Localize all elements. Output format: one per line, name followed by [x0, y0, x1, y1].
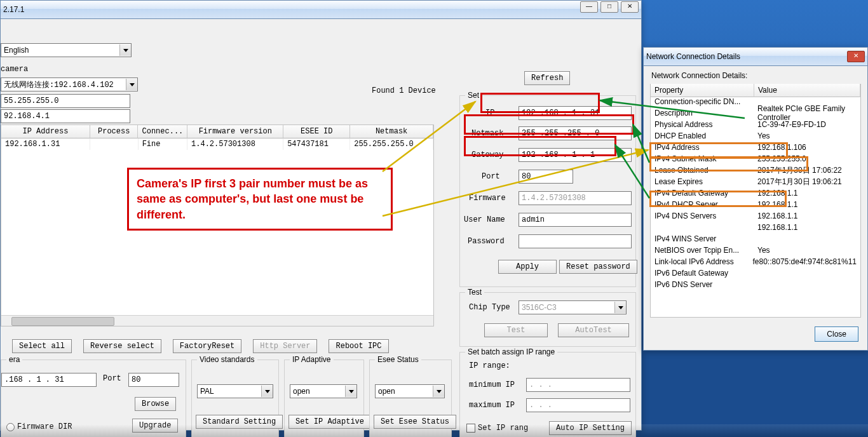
test-button: Test	[484, 323, 548, 337]
http-server-button: Http Server	[253, 339, 317, 353]
minimum-ip-input[interactable]: . . .	[526, 378, 630, 392]
details-row: IPv4 WINS Server	[651, 233, 860, 245]
table-scroll-h[interactable]	[1, 315, 433, 326]
set-netmask-input[interactable]: 255 .255 .255 . 0	[519, 126, 632, 140]
local-gateway: 92.168.4.1	[1, 109, 130, 123]
maximum-ip-input[interactable]: . . .	[526, 398, 630, 412]
details-row: IPv4 DNS Servers192.168.1.1	[651, 210, 860, 222]
details-titlebar[interactable]: Network Connection Details ✕	[644, 48, 867, 66]
reset-password-button[interactable]: Reset password	[559, 260, 637, 274]
details-row: DescriptionRealtek PCIe GBE Family Contr…	[651, 107, 860, 119]
details-row: Link-local IPv6 Addressfe80::8075:de4f:9…	[651, 256, 860, 267]
window-close-button[interactable]: ✕	[621, 1, 639, 13]
nic-combo[interactable]: 无线网络连接:192.168.4.102	[1, 77, 138, 91]
chevron-down-icon[interactable]	[345, 386, 356, 397]
set-ip-input[interactable]: 192 .168 . 1 . 31	[519, 106, 632, 120]
reboot-ipc-button[interactable]: Reboot IPC	[329, 339, 388, 353]
local-netmask: 55.255.255.0	[1, 94, 130, 108]
esee-combo[interactable]: open	[375, 384, 445, 398]
taskbar[interactable]	[0, 424, 868, 437]
set-gateway-input[interactable]: 192 .168 . 1 . 1	[519, 148, 632, 162]
camera-groupbox: camera	[1, 65, 28, 74]
details-row: 192.168.1.1	[651, 222, 860, 233]
minimize-button[interactable]: —	[580, 1, 598, 13]
table-header: IP Address Process Connec... Firmware ve…	[1, 125, 433, 138]
details-row: IPv6 DNS Server	[651, 279, 860, 290]
details-close-button[interactable]: ✕	[847, 51, 865, 62]
details-row: IPv4 DHCP Server192.168.1.1	[651, 199, 860, 210]
set-port-input[interactable]: 80	[519, 170, 573, 184]
details-row: IPv6 Default Gateway	[651, 267, 860, 279]
apply-button[interactable]: Apply	[498, 260, 557, 274]
chevron-down-icon[interactable]	[614, 302, 626, 313]
main-titlebar[interactable]: 2.17.1	[1, 1, 641, 19]
set-password-input[interactable]	[519, 234, 632, 248]
chevron-down-icon[interactable]	[433, 386, 444, 397]
details-row: IPv4 Subnet Mask255.255.255.0	[651, 153, 860, 165]
found-device-label: Found 1 Device	[372, 86, 436, 95]
set-username-input[interactable]: admin	[519, 213, 632, 227]
details-table: Property Value Connection-specific DN...…	[650, 84, 861, 318]
details-table-header: Property Value	[651, 84, 860, 96]
browse-button[interactable]: Browse	[135, 397, 176, 411]
chevron-down-icon[interactable]	[261, 386, 273, 397]
main-title: 2.17.1	[3, 5, 639, 14]
video-std-combo[interactable]: PAL	[197, 384, 273, 398]
test-group: Test Chip Type 3516C-C3 Test AutoTest	[459, 292, 636, 347]
era-ip[interactable]: .168 . 1 . 31	[1, 373, 97, 387]
details-row: IPv4 Address192.168.1.106	[651, 142, 860, 153]
select-all-button[interactable]: Select all	[12, 339, 72, 353]
maximize-button[interactable]: □	[600, 1, 618, 13]
era-port[interactable]: 80	[128, 373, 179, 387]
factory-reset-button[interactable]: FactoryReset	[173, 339, 241, 353]
autotest-button: AutoTest	[558, 323, 629, 337]
network-details-window: Network Connection Details ✕ Network Con…	[643, 47, 868, 351]
refresh-button[interactable]: Refresh	[524, 71, 570, 85]
details-row: Lease Expires2017年1月30日 19:06:21	[651, 176, 860, 187]
chip-type-combo[interactable]: 3516C-C3	[519, 300, 627, 314]
set-firmware: 1.4.2.57301308	[519, 191, 632, 205]
details-row: IPv4 Default Gateway192.168.1.1	[651, 187, 860, 199]
table-row[interactable]: 192.168.1.31 Fine 1.4.2.57301308 5474371…	[1, 138, 433, 150]
details-row: Physical Address1C-39-47-E9-FD-1D	[651, 119, 860, 130]
set-group: Set IP 192 .168 . 1 . 31 Netmask 255 .25…	[459, 95, 636, 287]
instruction-callout: Camera's IP first 3 pair number must be …	[127, 168, 393, 231]
close-button[interactable]: Close	[815, 326, 858, 342]
chevron-down-icon[interactable]	[119, 44, 131, 56]
details-subtitle: Network Connection Details:	[651, 71, 747, 80]
ip-adaptive-combo[interactable]: open	[290, 384, 357, 398]
details-row: Lease Obtained2017年1月30日 17:06:22	[651, 165, 860, 176]
reverse-select-button[interactable]: Reverse select	[83, 339, 161, 353]
language-combo[interactable]: English	[1, 43, 132, 57]
chevron-down-icon[interactable]	[126, 79, 137, 90]
details-row: NetBIOS over Tcpip En...Yes	[651, 245, 860, 256]
details-row: DHCP EnabledYes	[651, 130, 860, 142]
